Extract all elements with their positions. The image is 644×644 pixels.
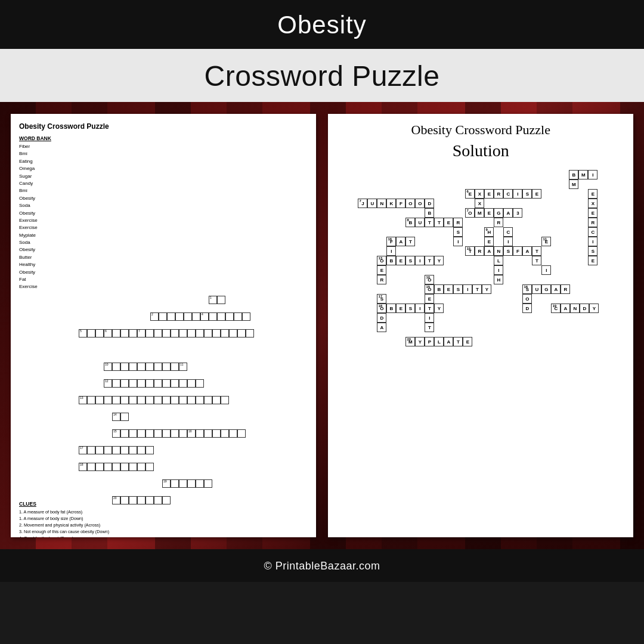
top-header: Obesity xyxy=(0,0,644,49)
left-panel: Obesity Crossword Puzzle WORD BANK Fiber… xyxy=(11,114,316,537)
crossword-grid: 1 2 4 5 6 7 xyxy=(19,296,308,499)
right-panel: Obesity Crossword Puzzle Solution B M I … xyxy=(328,114,633,537)
word-bank-label: WORD BANK xyxy=(19,135,308,141)
clues-list: 1. A measure of body fat (Across) 1. A m… xyxy=(19,509,308,537)
solution-panel-title: Obesity Crossword Puzzle xyxy=(336,122,625,138)
header-title: Obesity xyxy=(277,11,366,39)
word-list: FiberBmiEatingOmegaSugarCandyBmiObesityS… xyxy=(19,143,308,291)
background-area: Obesity Crossword Puzzle WORD BANK Fiber… xyxy=(0,102,644,549)
footer: © PrintableBazaar.com xyxy=(0,549,644,582)
footer-text: © PrintableBazaar.com xyxy=(264,560,380,572)
solution-subtitle: Solution xyxy=(336,141,625,160)
subtitle-bar: Crossword Puzzle xyxy=(0,49,644,102)
header-subtitle: Crossword Puzzle xyxy=(205,60,440,92)
solution-grid: B M I M 6E X E R C I S E E 7J U N K F O … xyxy=(336,170,625,516)
left-panel-title: Obesity Crossword Puzzle xyxy=(19,122,308,131)
